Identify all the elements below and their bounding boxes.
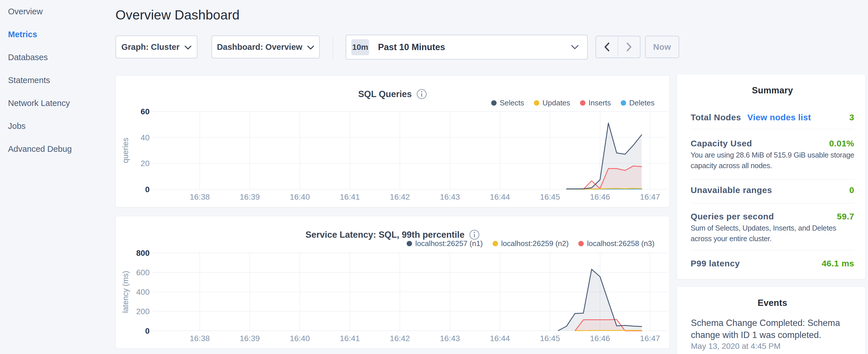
svg-text:60: 60 bbox=[141, 107, 150, 116]
svg-text:800: 800 bbox=[136, 249, 150, 257]
summary-row-description: You are using 28.6 MiB of 515.9 GiB usab… bbox=[691, 150, 854, 171]
summary-row-label: P99 latency bbox=[691, 258, 740, 269]
summary-row-label: Total Nodes bbox=[691, 112, 741, 123]
summary-rows: Total NodesView nodes list3Capacity Used… bbox=[691, 96, 854, 269]
service-latency-plot: 020040060080016:3816:3916:4016:4116:4216… bbox=[116, 216, 670, 349]
summary-row-label: Unavailable ranges bbox=[691, 185, 772, 196]
events-list: Schema Change Completed: Schema change w… bbox=[691, 309, 854, 351]
summary-row-head: Capacity Used0.01% bbox=[691, 138, 854, 149]
sidebar-nav: OverviewMetricsDatabasesStatementsNetwor… bbox=[0, 0, 116, 160]
svg-text:16:44: 16:44 bbox=[490, 334, 510, 343]
svg-text:600: 600 bbox=[136, 268, 150, 277]
summary-row: Total NodesView nodes list3 bbox=[691, 96, 854, 129]
toolbar: Graph: Cluster Dashboard: Overview 10m P… bbox=[116, 0, 868, 62]
summary-row-description: Sum of Selects, Updates, Inserts, and De… bbox=[691, 223, 854, 244]
chevron-down-icon bbox=[307, 45, 314, 50]
sidebar: OverviewMetricsDatabasesStatementsNetwor… bbox=[0, 0, 116, 354]
svg-text:16:47: 16:47 bbox=[640, 334, 660, 343]
now-button[interactable]: Now bbox=[645, 36, 679, 58]
event-timestamp: May 13, 2020 at 4:45 PM bbox=[691, 341, 854, 351]
sql-queries-plot: 020406016:3816:3916:4016:4116:4216:4316:… bbox=[116, 75, 670, 207]
svg-text:400: 400 bbox=[136, 288, 150, 296]
svg-text:16:46: 16:46 bbox=[590, 334, 610, 343]
svg-text:200: 200 bbox=[136, 307, 150, 316]
time-step-buttons bbox=[595, 36, 641, 58]
svg-text:40: 40 bbox=[141, 133, 150, 142]
svg-text:0: 0 bbox=[145, 326, 150, 335]
events-title: Events bbox=[691, 287, 854, 309]
summary-row-label: Queries per second bbox=[691, 211, 774, 222]
sidebar-item-advanced-debug[interactable]: Advanced Debug bbox=[0, 137, 116, 160]
svg-text:16:42: 16:42 bbox=[390, 192, 410, 201]
sidebar-item-metrics[interactable]: Metrics bbox=[0, 23, 116, 46]
svg-text:16:39: 16:39 bbox=[240, 334, 260, 343]
svg-text:16:41: 16:41 bbox=[340, 334, 360, 343]
summary-row-value: 46.1 ms bbox=[822, 258, 854, 269]
summary-row: P99 latency46.1 ms bbox=[691, 250, 854, 269]
svg-text:16:40: 16:40 bbox=[290, 192, 310, 201]
svg-text:0: 0 bbox=[145, 185, 150, 194]
event-item[interactable]: Schema Change Completed: Schema change w… bbox=[691, 309, 854, 351]
summary-row-label: Capacity Used bbox=[691, 138, 752, 149]
summary-row-value: 0.01% bbox=[829, 138, 854, 149]
summary-row-value: 0 bbox=[849, 185, 854, 196]
svg-text:16:39: 16:39 bbox=[240, 192, 260, 201]
summary-row: Queries per second59.7Sum of Selects, Up… bbox=[691, 203, 854, 250]
summary-row-head: Total NodesView nodes list3 bbox=[691, 112, 854, 123]
chevron-down-icon bbox=[570, 44, 579, 50]
svg-text:16:43: 16:43 bbox=[440, 192, 460, 201]
event-message: Schema Change Completed: Schema change w… bbox=[691, 317, 854, 341]
chevron-down-icon bbox=[184, 45, 192, 50]
service-latency-chart-card: Service Latency: SQL, 99th percentile lo… bbox=[116, 216, 670, 349]
events-panel: Events Schema Change Completed: Schema c… bbox=[677, 286, 866, 354]
time-range-badge: 10m bbox=[351, 39, 369, 55]
dashboard-dropdown[interactable]: Dashboard: Overview bbox=[212, 35, 320, 58]
svg-text:16:45: 16:45 bbox=[540, 192, 560, 201]
summary-row: Unavailable ranges0 bbox=[691, 180, 854, 203]
svg-text:16:38: 16:38 bbox=[190, 334, 210, 343]
next-timespan-button[interactable] bbox=[618, 36, 640, 58]
time-range-selector[interactable]: 10m Past 10 Minutes bbox=[346, 35, 588, 60]
summary-row-head: Queries per second59.7 bbox=[691, 211, 854, 222]
previous-timespan-button[interactable] bbox=[596, 36, 618, 58]
summary-row-head: P99 latency46.1 ms bbox=[691, 258, 854, 269]
svg-text:latency (ms): latency (ms) bbox=[121, 271, 130, 313]
sidebar-item-overview[interactable]: Overview bbox=[0, 0, 116, 23]
svg-text:16:40: 16:40 bbox=[290, 334, 310, 343]
svg-text:queries: queries bbox=[121, 138, 130, 163]
sidebar-item-databases[interactable]: Databases bbox=[0, 46, 116, 69]
svg-text:16:45: 16:45 bbox=[540, 334, 560, 343]
summary-panel: Summary Total NodesView nodes list3Capac… bbox=[677, 74, 866, 280]
sql-queries-chart-card: SQL Queries SelectsUpdatesInsertsDeletes… bbox=[116, 75, 670, 207]
svg-text:16:43: 16:43 bbox=[440, 334, 460, 343]
svg-text:16:44: 16:44 bbox=[490, 192, 510, 201]
chevron-left-icon bbox=[604, 42, 610, 52]
sidebar-item-statements[interactable]: Statements bbox=[0, 69, 116, 92]
main-content: Overview Dashboard Graph: Cluster Dashbo… bbox=[116, 0, 670, 354]
view-nodes-list-link[interactable]: View nodes list bbox=[747, 112, 811, 123]
chevron-right-icon bbox=[626, 42, 632, 52]
toolbar-divider bbox=[333, 35, 333, 59]
svg-text:20: 20 bbox=[141, 159, 150, 168]
summary-row-value: 3 bbox=[849, 112, 854, 123]
svg-text:16:38: 16:38 bbox=[190, 192, 210, 201]
svg-text:16:46: 16:46 bbox=[590, 192, 610, 201]
sidebar-item-jobs[interactable]: Jobs bbox=[0, 115, 116, 137]
dashboard-dropdown-label: Dashboard: Overview bbox=[217, 42, 302, 52]
summary-row: Capacity Used0.01%You are using 28.6 MiB… bbox=[691, 129, 854, 180]
summary-row-head: Unavailable ranges0 bbox=[691, 185, 854, 196]
summary-title: Summary bbox=[691, 74, 854, 96]
graph-dropdown-label: Graph: Cluster bbox=[121, 42, 179, 52]
time-range-label: Past 10 Minutes bbox=[378, 42, 445, 53]
graph-dropdown[interactable]: Graph: Cluster bbox=[116, 35, 197, 58]
svg-text:16:41: 16:41 bbox=[340, 192, 360, 201]
summary-row-value: 59.7 bbox=[837, 211, 854, 222]
svg-text:16:47: 16:47 bbox=[640, 192, 660, 201]
sidebar-item-network-latency[interactable]: Network Latency bbox=[0, 92, 116, 115]
svg-text:16:42: 16:42 bbox=[390, 334, 410, 343]
